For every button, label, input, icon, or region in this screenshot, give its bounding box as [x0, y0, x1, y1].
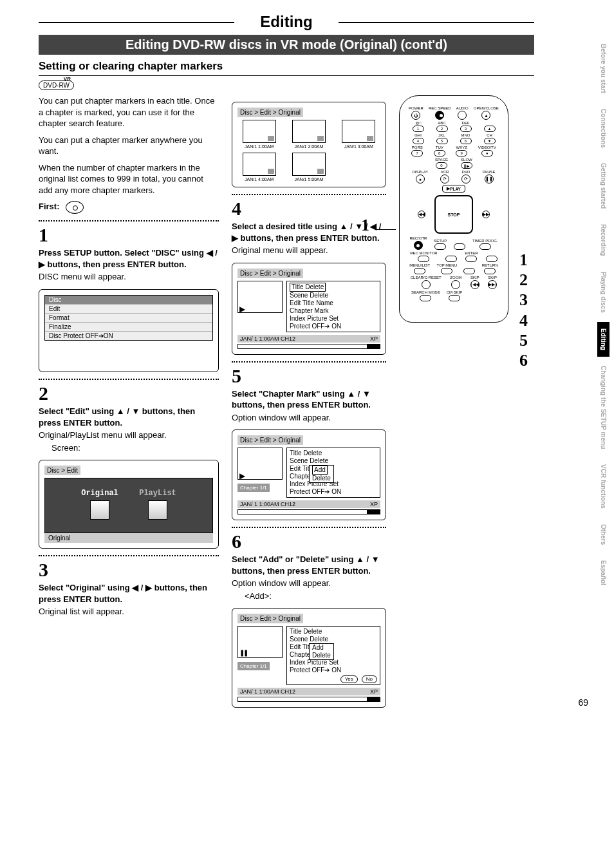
step-number: 6	[232, 531, 386, 552]
step-instruction: Select "Edit" using ▲ / ▼ buttons, then …	[39, 406, 219, 428]
osd-original-list: Disc > Edit > Original JAN/1 1:00AM JAN/…	[232, 102, 386, 187]
page-number: 69	[578, 697, 588, 708]
osd-add-confirm: Disc > Edit > Original Chapter 1/1 Title…	[232, 608, 386, 708]
remote-illustration: POWER⏻REC SPEED●AUDIOOPEN/CLOSE▲ .@/:1AB…	[399, 95, 508, 323]
remote-callout-line: 1	[377, 229, 396, 230]
step-note: Original menu will appear.	[232, 245, 386, 256]
add-label: <Add>:	[232, 590, 386, 602]
dvd-disc-icon	[66, 201, 84, 214]
dvd-rw-badge: VRDVD-RW	[39, 80, 74, 90]
step-instruction: Select "Add" or "Delete" using ▲ / ▼ but…	[232, 554, 386, 576]
osd-original-menu: Disc > Edit > Original Title Delete Scen…	[232, 263, 386, 355]
subtitle-bar: Editing DVD-RW discs in VR mode (Origina…	[39, 35, 534, 55]
intro-para: You can put chapter markers in each titl…	[39, 95, 219, 129]
osd-chapter-mark: Disc > Edit > Original Chapter 1/1 Title…	[232, 429, 386, 520]
step-note: Option window will appear.	[232, 578, 386, 589]
step-number: 3	[39, 559, 219, 581]
first-label: First:	[39, 202, 60, 212]
step-instruction: Press SETUP button. Select "DISC" using …	[39, 247, 219, 270]
osd-orig-playlist: Disc > Edit Original PlayList Original	[39, 460, 219, 549]
step-instruction: Select "Original" using ◀ / ▶ buttons, t…	[39, 582, 219, 605]
intro-para: You can put a chapter marker anywhere yo…	[39, 135, 219, 157]
intro-para: When the number of chapter markers in th…	[39, 162, 219, 196]
osd-disc-menu: Disc Edit Format Finalize Disc Protect O…	[39, 289, 219, 372]
step-number: 5	[232, 365, 386, 387]
step-note: Original list will appear.	[39, 606, 219, 618]
remote-step-callouts: 1 2 3 4 5 6	[519, 250, 528, 370]
step-number: 1	[39, 224, 219, 246]
page-title: Editing	[234, 13, 338, 31]
step-number: 2	[39, 382, 219, 404]
section-title: Setting or clearing chapter markers	[39, 60, 534, 73]
screen-label: Screen:	[39, 442, 219, 454]
step-note: Option window will appear.	[232, 412, 386, 424]
side-tabs: Before you startConnectionsGetting start…	[597, 37, 614, 594]
step-note: DISC menu will appear.	[39, 271, 219, 283]
step-instruction: Select "Chapter Mark" using ▲ / ▼ button…	[232, 388, 386, 411]
step-note: Original/PlayList menu will appear.	[39, 429, 219, 441]
